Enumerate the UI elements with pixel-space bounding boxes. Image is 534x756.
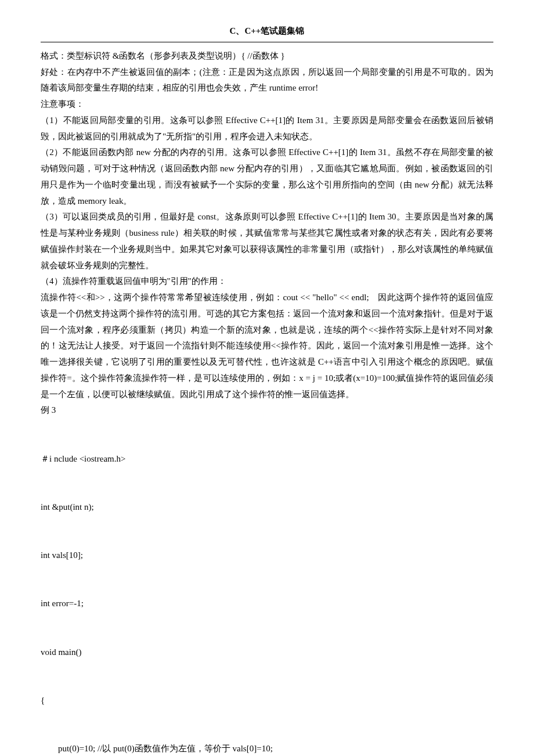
code-line: int &put(int n); [41, 499, 493, 516]
paragraph: （1）不能返回局部变量的引用。这条可以参照 Effective C++[1]的 … [41, 113, 493, 145]
page-header: C、C++笔试题集锦 [41, 23, 493, 42]
code-line: int error=-1; [41, 596, 493, 612]
code-line: put(0)=10; //以 put(0)函数值作为左值，等价于 vals[0]… [41, 741, 493, 756]
code-line: int vals[10]; [41, 548, 493, 564]
header-title: C、C++笔试题集锦 [230, 26, 305, 35]
code-block: ＃i nclude <iostream.h> int &put(int n); … [41, 419, 493, 756]
paragraph: 好处：在内存中不产生被返回值的副本；(注意：正是因为这点原因，所以返回一个局部变… [41, 64, 493, 97]
paragraph: （2）不能返回函数内部 new 分配的内存的引用。这条可以参照 Effectiv… [41, 145, 493, 209]
paragraph: 格式：类型标识符 &函数名（形参列表及类型说明）{ //函数体 } [41, 48, 493, 64]
example-label: 例 3 [41, 402, 493, 419]
paragraph: （4）流操作符重载返回值申明为"引用"的作用： [41, 273, 493, 290]
code-line: ＃i nclude <iostream.h> [41, 451, 493, 467]
code-line: void main() [41, 645, 493, 661]
paragraph: （3）可以返回类成员的引用，但最好是 const。这条原则可以参照 Effect… [41, 209, 493, 273]
paragraph: 流操作符<<和>>，这两个操作符常常希望被连续使用，例如：cout << "he… [41, 290, 493, 402]
code-line: { [41, 693, 493, 709]
document-page: C、C++笔试题集锦 格式：类型标识符 &函数名（形参列表及类型说明）{ //函… [0, 0, 534, 756]
paragraph: 注意事项： [41, 96, 493, 113]
